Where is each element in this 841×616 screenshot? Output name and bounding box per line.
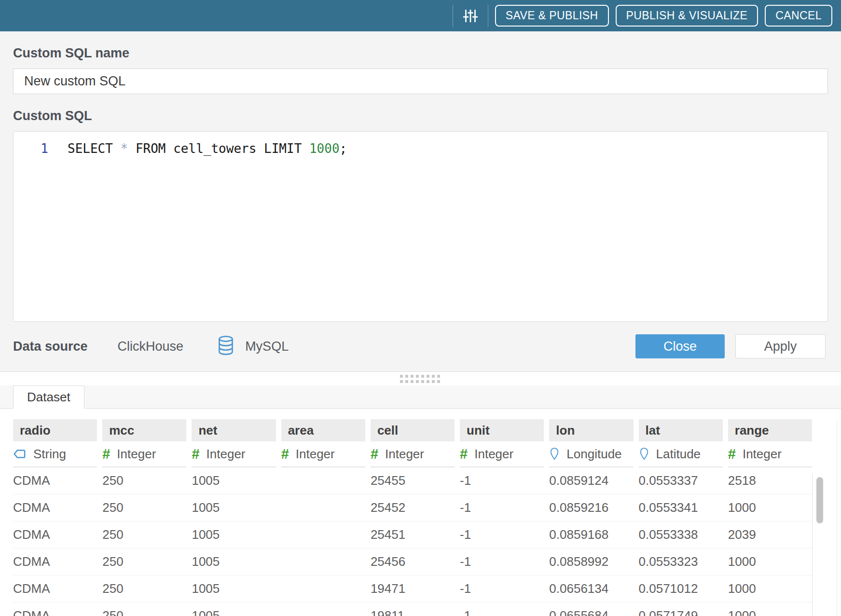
column-type-lon[interactable]: Longitude — [549, 441, 633, 467]
data-source-item-mysql-label: MySQL — [245, 339, 289, 354]
column-header-range[interactable]: range — [728, 419, 812, 441]
column-type-unit[interactable]: #Integer — [460, 441, 544, 467]
column-type-label: Integer — [385, 447, 424, 462]
sql-token: cell_towers — [166, 141, 264, 156]
panel-resize-handle[interactable] — [0, 372, 841, 385]
column-type-label: Integer — [474, 447, 513, 462]
integer-icon: # — [371, 446, 378, 462]
table-cell: 25456 — [371, 554, 455, 569]
table-cell: -1 — [460, 527, 544, 542]
column-type-mcc[interactable]: #Integer — [102, 441, 186, 467]
custom-sql-name-input[interactable] — [13, 68, 828, 94]
topbar-divider — [453, 5, 453, 27]
cancel-button[interactable]: CANCEL — [765, 5, 832, 27]
column-header-mcc[interactable]: mcc — [102, 419, 186, 441]
column-header-lat[interactable]: lat — [639, 419, 723, 441]
table-type-row: String#Integer#Integer#Integer#Integer#I… — [13, 441, 812, 467]
data-source-item-clickhouse[interactable]: ClickHouse — [118, 339, 184, 354]
column-type-label: String — [33, 447, 66, 462]
integer-icon: # — [192, 446, 199, 462]
table-body: CDMA250100525455-10.08591240.05533372518… — [0, 467, 841, 616]
panel-edge-scroll-track — [837, 420, 837, 616]
column-header-net[interactable]: net — [192, 419, 276, 441]
table-row: CDMA250100525456-10.08589920.05533231000 — [13, 548, 812, 575]
dataset-preview-panel: Dataset radiomccnetareacellunitlonlatran… — [0, 371, 841, 616]
table-cell: 250 — [102, 500, 186, 515]
table-cell: 250 — [102, 554, 186, 569]
string-icon — [13, 449, 27, 459]
table-cell: -1 — [460, 608, 544, 616]
table-cell: 0.0571749 — [639, 608, 723, 616]
column-type-label: Integer — [296, 447, 335, 462]
custom-sql-form: Custom SQL name Custom SQL 1 SELECT * FR… — [0, 46, 841, 358]
table-cell: 0.0859124 — [549, 473, 633, 488]
topbar-divider — [488, 5, 488, 27]
table-cell: 19471 — [371, 581, 455, 596]
table-cell: 1000 — [728, 554, 812, 569]
editor-line-number: 1 — [14, 138, 52, 321]
column-header-lon[interactable]: lon — [549, 419, 633, 441]
sql-token: SELECT — [68, 141, 113, 156]
table-cell: 1000 — [728, 500, 812, 515]
table-cell: 1005 — [192, 608, 276, 616]
table-cell: 250 — [102, 527, 186, 542]
table-cell: CDMA — [13, 554, 97, 569]
column-type-radio[interactable]: String — [13, 441, 97, 467]
table-cell: 1000 — [728, 581, 812, 596]
table-cell: CDMA — [13, 527, 97, 542]
sql-code-line[interactable]: SELECT * FROM cell_towers LIMIT 1000; — [68, 138, 347, 321]
column-type-label: Integer — [117, 447, 156, 462]
column-type-range[interactable]: #Integer — [728, 441, 812, 467]
column-type-label: Integer — [743, 447, 782, 462]
table-scrollbar-thumb[interactable] — [816, 477, 823, 523]
column-type-area[interactable]: #Integer — [281, 441, 365, 467]
table-row: CDMA250100525455-10.08591240.05533372518 — [13, 467, 812, 494]
sql-token — [302, 141, 309, 156]
table-cell: 0.0553338 — [639, 527, 723, 542]
table-cell: 0.0571012 — [639, 581, 723, 596]
table-cell: 0.0553341 — [639, 500, 723, 515]
panel-tab-bar: Dataset — [0, 385, 841, 409]
column-type-lat[interactable]: Latitude — [639, 441, 723, 467]
table-cell: -1 — [460, 581, 544, 596]
table-cell: 1000 — [728, 608, 812, 616]
table-cell: CDMA — [13, 581, 97, 596]
table-cell: 1005 — [192, 527, 276, 542]
integer-icon: # — [460, 446, 468, 462]
column-header-area[interactable]: area — [281, 419, 365, 441]
integer-icon: # — [728, 446, 736, 462]
close-button[interactable]: Close — [635, 334, 725, 358]
sliders-icon[interactable] — [460, 7, 481, 25]
sql-token — [128, 141, 136, 156]
column-header-radio[interactable]: radio — [13, 419, 97, 441]
drag-dots — [400, 375, 441, 378]
drag-dots — [400, 380, 441, 383]
column-header-cell[interactable]: cell — [371, 419, 455, 441]
top-action-bar: SAVE & PUBLISH PUBLISH & VISUALIZE CANCE… — [0, 0, 841, 31]
database-icon — [217, 335, 234, 357]
table-cell: 2518 — [728, 473, 812, 488]
table-row: CDMA250100525452-10.08592160.05533411000 — [13, 494, 812, 521]
table-cell: 250 — [102, 581, 186, 596]
table-row: CDMA250100519471-10.06561340.05710121000 — [13, 575, 812, 602]
table-cell: 1005 — [192, 581, 276, 596]
tab-dataset[interactable]: Dataset — [13, 385, 84, 409]
custom-sql-name-label: Custom SQL name — [13, 46, 828, 61]
table-cell: 25452 — [371, 500, 455, 515]
publish-and-visualize-button[interactable]: PUBLISH & VISUALIZE — [616, 5, 758, 27]
sql-code-editor[interactable]: 1 SELECT * FROM cell_towers LIMIT 1000; — [13, 131, 828, 322]
column-type-cell[interactable]: #Integer — [371, 441, 455, 467]
table-cell: -1 — [460, 554, 544, 569]
editor-footer: Data source ClickHouse MySQL Close Apply — [13, 334, 828, 358]
column-type-net[interactable]: #Integer — [192, 441, 276, 467]
table-cell: 0.0656134 — [549, 581, 633, 596]
column-header-unit[interactable]: unit — [460, 419, 544, 441]
data-source-label: Data source — [13, 339, 88, 354]
save-and-publish-button[interactable]: SAVE & PUBLISH — [495, 5, 609, 27]
table-cell: 1005 — [192, 473, 276, 488]
table-cell: 1005 — [192, 554, 276, 569]
apply-button[interactable]: Apply — [735, 334, 826, 358]
data-source-item-mysql[interactable]: MySQL — [217, 335, 289, 357]
custom-sql-label: Custom SQL — [13, 109, 828, 123]
integer-icon: # — [281, 446, 289, 462]
